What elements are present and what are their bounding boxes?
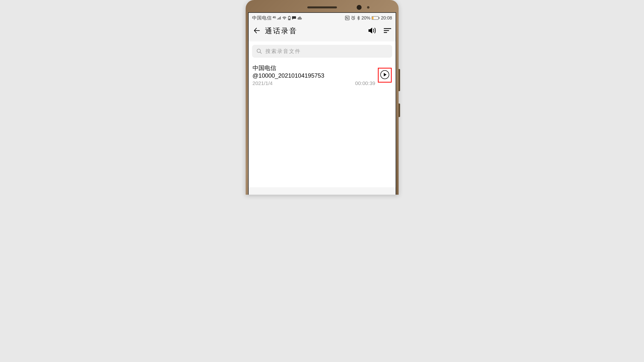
alarm-icon bbox=[351, 16, 356, 20]
nfc-icon bbox=[345, 16, 350, 20]
battery-percent: 20% bbox=[361, 15, 370, 21]
play-icon bbox=[380, 70, 390, 79]
speaker-icon bbox=[368, 27, 376, 34]
speaker-button[interactable] bbox=[368, 27, 376, 35]
svg-line-9 bbox=[260, 52, 262, 54]
play-button-highlight bbox=[378, 68, 392, 82]
recording-title-line2: @10000_20210104195753 bbox=[252, 72, 376, 79]
wifi-icon bbox=[282, 16, 287, 20]
sort-icon bbox=[384, 28, 391, 33]
recording-item[interactable]: 中国电信 @10000_20210104195753 2021/1/4 00:0… bbox=[252, 58, 392, 89]
search-icon bbox=[256, 48, 262, 54]
play-button[interactable] bbox=[380, 70, 390, 80]
sort-button[interactable] bbox=[384, 28, 391, 34]
search-input[interactable]: 搜索录音文件 bbox=[252, 45, 392, 58]
proximity-sensor bbox=[367, 6, 370, 9]
power-button[interactable] bbox=[398, 103, 400, 117]
status-left: 中国电信 4G bbox=[252, 15, 302, 21]
recording-info: 中国电信 @10000_20210104195753 2021/1/4 00:0… bbox=[252, 64, 376, 86]
recording-meta: 2021/1/4 00:00:39 bbox=[252, 80, 376, 86]
signal-icon bbox=[277, 16, 281, 20]
app-header: 通话录音 bbox=[248, 22, 396, 41]
back-arrow-icon bbox=[253, 27, 261, 34]
volume-button[interactable] bbox=[398, 69, 400, 91]
speaker-grille bbox=[307, 6, 337, 8]
content-area: 搜索录音文件 中国电信 @10000_20210104195753 2021/1… bbox=[248, 41, 396, 187]
time-label: 20:08 bbox=[381, 15, 392, 21]
recording-date: 2021/1/4 bbox=[252, 80, 273, 86]
carrier-label: 中国电信 bbox=[252, 15, 272, 21]
chat-icon bbox=[292, 16, 296, 20]
cloud-icon bbox=[297, 16, 302, 20]
phone-top-bezel bbox=[248, 2, 396, 12]
phone-frame: 中国电信 4G bbox=[246, 0, 398, 195]
back-button[interactable] bbox=[253, 27, 265, 35]
status-bar: 中国电信 4G bbox=[248, 13, 396, 22]
front-camera bbox=[357, 5, 362, 10]
status-right: 20% 20:08 bbox=[345, 15, 392, 21]
page-title: 通话录音 bbox=[265, 26, 368, 36]
network-type: 4G bbox=[273, 16, 276, 19]
empty-area bbox=[252, 89, 392, 187]
recording-title-line1: 中国电信 bbox=[252, 64, 376, 72]
battery-icon bbox=[372, 16, 379, 20]
bluetooth-icon bbox=[357, 16, 360, 20]
svg-rect-2 bbox=[288, 19, 290, 20]
battery-saver-icon bbox=[288, 16, 291, 20]
screen: 中国电信 4G bbox=[248, 12, 396, 195]
header-actions bbox=[368, 27, 391, 35]
recording-duration: 00:00:39 bbox=[355, 80, 376, 86]
search-placeholder: 搜索录音文件 bbox=[266, 48, 301, 55]
svg-rect-1 bbox=[289, 16, 290, 16]
